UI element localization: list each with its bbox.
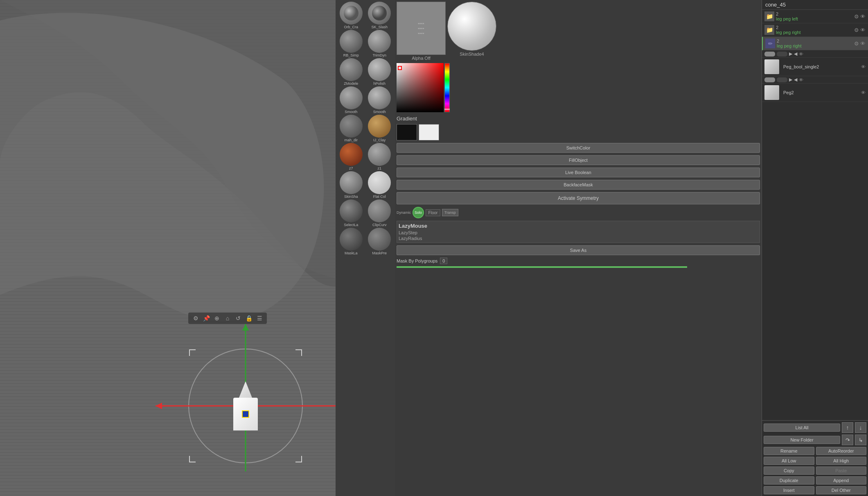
brush-selectla-icon[interactable] [340, 199, 363, 222]
brush-sksha-icon[interactable] [340, 171, 363, 194]
backface-mask-button[interactable]: BackfaceMask [397, 180, 760, 190]
brush-hpolish-icon[interactable] [368, 58, 391, 81]
toggle-1[interactable] [764, 52, 775, 57]
subtool-leg-peg-left[interactable]: 📁 2 leg peg left ⚙ 👁 [762, 10, 868, 23]
del-other-button[interactable]: Del Other [816, 486, 867, 494]
brush-z7[interactable]: z7 [337, 143, 365, 170]
settings-icon[interactable]: ⚙ [192, 314, 200, 322]
floor-button[interactable]: Floor [426, 209, 440, 216]
toggle-arrow-3[interactable]: ▶ [789, 77, 792, 82]
append-button[interactable]: Append [816, 476, 867, 485]
toggle-arrow-4[interactable]: ◀ [794, 77, 797, 82]
brush-orb[interactable]: Orb_Cra [337, 2, 365, 29]
subtool-gear-1[interactable]: ⚙ [854, 14, 859, 20]
toggle-arrow-1[interactable]: ▶ [789, 51, 792, 57]
gizmo[interactable] [188, 349, 303, 463]
save-as-button[interactable]: Save As [397, 245, 760, 255]
lock-icon[interactable]: 🔒 [245, 314, 253, 322]
mask-polygroups-value[interactable]: 0 [440, 258, 447, 264]
subtool-eye-3[interactable]: 👁 [860, 41, 866, 47]
brush-zmodel[interactable]: ZModele [337, 58, 365, 86]
undo-icon[interactable]: ↺ [234, 314, 242, 322]
brush-rb[interactable]: RB_Simp [337, 30, 365, 57]
hue-slider[interactable] [444, 63, 450, 112]
duplicate-button[interactable]: Duplicate [764, 476, 814, 485]
auto-reorder-button[interactable]: AutoReorder [816, 447, 867, 455]
brush-clipcurv-icon[interactable] [368, 199, 391, 222]
brush-smooth1-icon[interactable] [340, 86, 363, 109]
brush-clipcurv[interactable]: ClipCurv [366, 199, 394, 227]
transp-button[interactable]: Transp [442, 209, 458, 216]
subtool-eye-4[interactable]: 👁 [861, 64, 866, 69]
brush-trim[interactable]: TrimDyn [366, 30, 394, 57]
brush-sksha[interactable]: SkinSha [337, 171, 365, 199]
pin-icon[interactable]: 📌 [202, 314, 210, 322]
brush-flat[interactable]: Flat Col [366, 171, 394, 199]
fillobject-button[interactable]: FillObject [397, 155, 760, 165]
location-icon[interactable]: ⊕ [213, 314, 221, 322]
toggle-2[interactable] [777, 52, 787, 57]
menu-icon[interactable]: ☰ [255, 314, 264, 322]
color-picker[interactable] [397, 63, 450, 112]
rename-button[interactable]: Rename [764, 447, 814, 455]
arrow-down-button[interactable]: ↓ [855, 422, 866, 433]
live-boolean-button[interactable]: Live Boolean [397, 168, 760, 177]
list-all-button[interactable]: List All [764, 424, 840, 432]
brush-sk-icon[interactable] [368, 2, 391, 25]
brush-maskla-icon[interactable] [340, 228, 363, 251]
toggle-3[interactable] [764, 77, 775, 82]
toggle-eye2[interactable]: 👁 [799, 77, 803, 82]
toggle-4[interactable] [777, 77, 787, 82]
insert-button[interactable]: Insert [764, 486, 814, 494]
subtool-eye-5[interactable]: 👁 [861, 90, 866, 95]
copy-button[interactable]: Copy [764, 467, 814, 475]
brush-sk[interactable]: SK_Slash [366, 2, 394, 29]
subtool-eye-1[interactable]: 👁 [860, 14, 866, 20]
solo-button[interactable]: Solo [413, 207, 424, 218]
subtool-leg-peg-right-2[interactable]: ✏ 2 leg peg right ⚙ 👁 [762, 37, 868, 50]
switchcolor-button[interactable]: SwitchColor [397, 143, 760, 153]
brush-ij-icon[interactable] [368, 115, 391, 138]
brush-smooth1[interactable]: Smooth [337, 86, 365, 114]
color-gradient-area[interactable] [397, 63, 444, 112]
mask-slider[interactable] [397, 266, 687, 268]
brush-z1[interactable]: z1 [366, 143, 394, 170]
all-low-button[interactable]: All Low [764, 457, 814, 465]
arrow-up-button[interactable]: ↑ [842, 422, 853, 433]
brush-smooth2[interactable]: Smooth [366, 86, 394, 114]
forward-button[interactable]: ↷ [842, 435, 853, 445]
toggle-eye[interactable]: 👁 [799, 52, 803, 57]
swatch-white[interactable] [419, 124, 439, 140]
paste-button[interactable]: Paste [816, 467, 867, 475]
brush-ij[interactable]: IJ_Clay [366, 115, 394, 142]
indent-button[interactable]: ↳ [855, 435, 866, 445]
subtool-gear-3[interactable]: ⚙ [854, 41, 859, 47]
new-folder-button[interactable]: New Folder [764, 436, 840, 444]
home-icon[interactable]: ⌂ [223, 314, 232, 322]
activate-symmetry-button[interactable]: Activate Symmetry [397, 192, 760, 204]
brush-flat-icon[interactable] [368, 171, 391, 194]
alpha-preview[interactable]: ▪▪▪▪▪▪▪▪▪▪▪▪ [397, 2, 446, 55]
brush-z7-icon[interactable] [340, 143, 363, 166]
brush-orb-icon[interactable] [340, 2, 363, 25]
subtool-peg-bool[interactable]: Peg_bool_single2 👁 [762, 58, 868, 76]
viewport[interactable]: ⚙ 📌 ⊕ ⌂ ↺ 🔒 ☰ [0, 0, 336, 496]
brush-maskpre[interactable]: MaskPre [366, 228, 394, 255]
brush-selectla[interactable]: SelectLa [337, 199, 365, 227]
brush-hpolish[interactable]: hPolish [366, 58, 394, 86]
subtool-eye-2[interactable]: 👁 [860, 27, 866, 33]
brush-mah[interactable]: mah_dir [337, 115, 365, 142]
brush-zmodel-icon[interactable] [340, 58, 363, 81]
brush-mah-icon[interactable] [340, 115, 363, 138]
swatch-black[interactable] [397, 124, 417, 140]
subtool-leg-peg-right-1[interactable]: 📁 2 leg peg right ⚙ 👁 [762, 23, 868, 37]
brush-rb-icon[interactable] [340, 30, 363, 53]
brush-z1-icon[interactable] [368, 143, 391, 166]
brush-smooth2-icon[interactable] [368, 86, 391, 109]
brush-maskla[interactable]: MaskLa [337, 228, 365, 255]
toggle-arrow-2[interactable]: ◀ [794, 51, 797, 57]
brush-trim-icon[interactable] [368, 30, 391, 53]
subtool-gear-2[interactable]: ⚙ [854, 27, 859, 33]
material-sphere[interactable] [447, 2, 496, 51]
subtool-peg2[interactable]: Peg2 👁 [762, 84, 868, 102]
